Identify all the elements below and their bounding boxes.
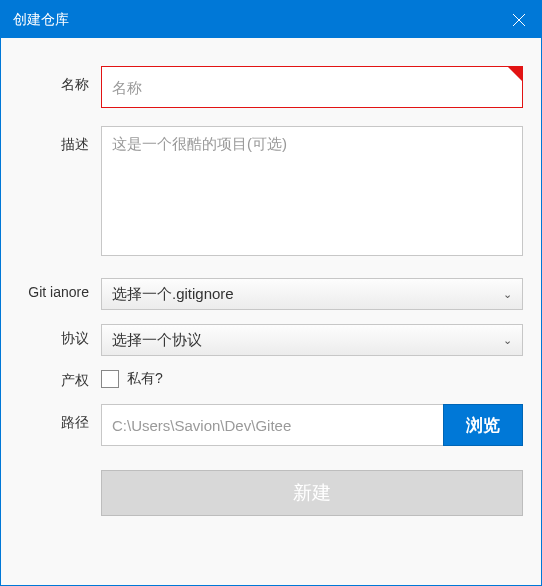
path-label: 路径 <box>19 404 101 432</box>
chevron-down-icon: ⌄ <box>503 288 512 301</box>
chevron-down-icon: ⌄ <box>503 334 512 347</box>
close-button[interactable] <box>496 1 541 38</box>
desc-textarea[interactable] <box>101 126 523 256</box>
create-repo-dialog: 创建仓库 名称 描述 Git ianore 选择一个.gitignore ⌄ <box>0 0 542 586</box>
name-label: 名称 <box>19 66 101 94</box>
name-input[interactable] <box>101 66 523 108</box>
gitignore-label: Git ianore <box>19 278 101 300</box>
license-selected: 选择一个协议 <box>112 331 202 350</box>
titlebar: 创建仓库 <box>1 1 541 38</box>
create-button[interactable]: 新建 <box>101 470 523 516</box>
window-title: 创建仓库 <box>13 11 69 29</box>
path-input[interactable] <box>101 404 443 446</box>
required-flag-icon <box>508 67 522 81</box>
private-checkbox-label: 私有? <box>127 370 163 388</box>
desc-label: 描述 <box>19 126 101 154</box>
private-checkbox[interactable] <box>101 370 119 388</box>
browse-button[interactable]: 浏览 <box>443 404 523 446</box>
gitignore-select[interactable]: 选择一个.gitignore ⌄ <box>101 278 523 310</box>
license-select[interactable]: 选择一个协议 ⌄ <box>101 324 523 356</box>
dialog-body: 名称 描述 Git ianore 选择一个.gitignore ⌄ 协议 <box>1 38 541 585</box>
ownership-label: 产权 <box>19 370 101 390</box>
license-label: 协议 <box>19 324 101 348</box>
close-icon <box>513 14 525 26</box>
gitignore-selected: 选择一个.gitignore <box>112 285 234 304</box>
